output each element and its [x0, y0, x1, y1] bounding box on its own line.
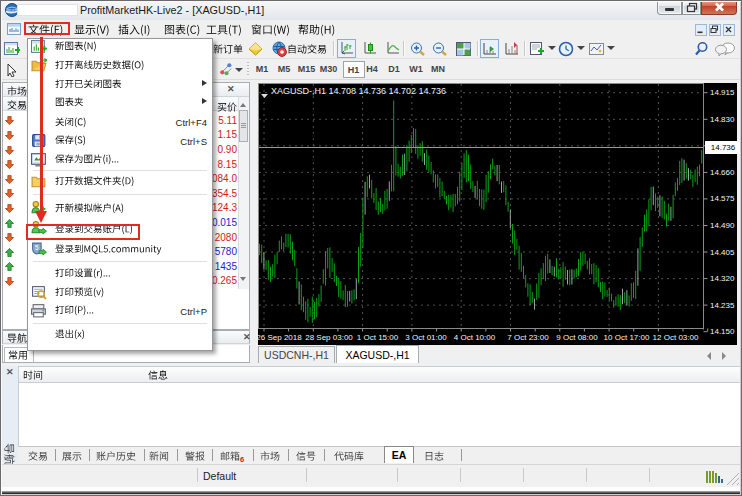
svg-text:5: 5 [35, 244, 39, 251]
